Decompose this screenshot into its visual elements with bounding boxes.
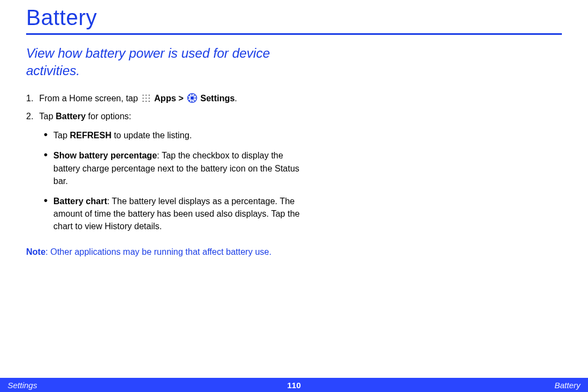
- footer-left: Settings: [8, 381, 37, 390]
- breadcrumb-sep: >: [176, 94, 186, 103]
- apps-label: Apps: [154, 94, 176, 103]
- text: .: [235, 94, 237, 103]
- step-1: 1. From a Home screen, tap Apps > Settin…: [26, 92, 309, 105]
- bullet-text: Tap REFRESH to update the listing.: [53, 129, 309, 142]
- bullet-text: Battery chart: The battery level display…: [53, 195, 309, 233]
- list-item: ● Tap REFRESH to update the listing.: [39, 129, 309, 142]
- settings-gear-icon: [187, 93, 197, 103]
- step-body: From a Home screen, tap Apps > Settings.: [39, 92, 309, 105]
- bullet-text: Show battery percentage: Tap the checkbo…: [53, 149, 309, 187]
- text: Tap: [53, 131, 70, 140]
- note-text: : Other applications may be running that…: [46, 247, 272, 256]
- bold-text: Show battery percentage: [53, 151, 157, 160]
- footer-right: Battery: [554, 381, 580, 390]
- bold-text: REFRESH: [70, 131, 111, 140]
- bold-text: Battery chart: [53, 197, 107, 206]
- manual-page: Battery View how battery power is used f…: [0, 0, 588, 392]
- footer-page-number: 110: [287, 381, 301, 390]
- text: Tap: [39, 112, 56, 121]
- text: to update the listing.: [112, 131, 192, 140]
- list-item: ● Show battery percentage: Tap the check…: [39, 149, 309, 187]
- bullet-dot-icon: ●: [44, 149, 53, 187]
- apps-grid-icon: [142, 94, 151, 103]
- text: From a Home screen, tap: [39, 94, 140, 103]
- step-number: 2.: [26, 110, 39, 241]
- title-rule: [26, 33, 562, 35]
- step-2: 2. Tap Battery for options: ● Tap REFRES…: [26, 110, 309, 241]
- bold-text: Battery: [56, 112, 85, 121]
- list-item: ● Battery chart: The battery level displ…: [39, 195, 309, 233]
- step-body: Tap Battery for options: ● Tap REFRESH t…: [39, 110, 309, 241]
- bullet-dot-icon: ●: [44, 195, 53, 233]
- note-block: Note: Other applications may be running …: [26, 246, 309, 258]
- page-footer: Settings 110 Battery: [0, 378, 588, 392]
- page-subtitle: View how battery power is used for devic…: [26, 45, 309, 80]
- settings-label: Settings: [200, 94, 235, 103]
- note-label: Note: [26, 247, 46, 256]
- text: for options:: [85, 112, 131, 121]
- content-block: 1. From a Home screen, tap Apps > Settin…: [26, 92, 309, 241]
- bullet-dot-icon: ●: [44, 129, 53, 142]
- bullet-list: ● Tap REFRESH to update the listing. ● S…: [39, 129, 309, 232]
- step-number: 1.: [26, 92, 39, 105]
- page-title: Battery: [26, 5, 562, 30]
